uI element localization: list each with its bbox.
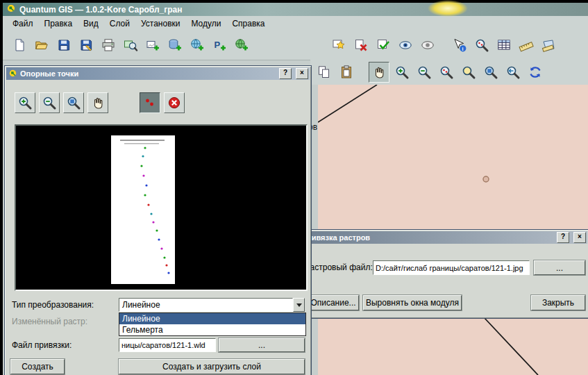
zoom-full-button[interactable]	[63, 92, 84, 113]
save-as-button[interactable]	[76, 35, 96, 55]
zoom-selection-icon	[474, 38, 489, 53]
description-button[interactable]: Описание...	[308, 295, 359, 310]
save-button[interactable]	[54, 35, 74, 55]
pan-hand-icon	[90, 95, 106, 110]
menu-item-help[interactable]: Справка	[226, 17, 270, 30]
zoom-out-icon	[417, 65, 432, 80]
close-button[interactable]: Закрыть	[531, 295, 585, 310]
menu-item-plugins[interactable]: Модули	[185, 17, 226, 30]
world-file-label: Файл привязки:	[12, 338, 72, 352]
menu-item-layer[interactable]: Слой	[104, 17, 135, 30]
add-gps-layer-button[interactable]: P	[210, 35, 229, 55]
add-point-icon	[142, 95, 158, 110]
zoom-full-button[interactable]	[481, 62, 501, 82]
zoom-layer-icon	[461, 65, 476, 80]
add-globe-layer-button[interactable]	[232, 35, 251, 55]
new-file-button[interactable]	[10, 35, 29, 55]
copy-features-icon	[317, 65, 332, 80]
gcp-dialog: Опорные точки ? ×	[4, 65, 312, 375]
bookmark-star-button[interactable]	[329, 35, 348, 55]
print-icon	[101, 38, 116, 53]
georeferencer-title: Привязка растров	[301, 233, 553, 242]
arrange-windows-button[interactable]: Выровнять окна модуля	[363, 295, 462, 310]
open-folder-icon	[34, 38, 49, 53]
main-toolbar: Pi	[3, 31, 588, 60]
menu-item-settings[interactable]: Установки	[135, 17, 185, 30]
dropdown-option-item[interactable]: Гельмерта	[119, 324, 305, 335]
transform-dropdown: ЛинейноеГельмерта	[119, 312, 306, 336]
close-icon[interactable]: ×	[573, 232, 586, 243]
zoom-in-button[interactable]	[15, 92, 35, 113]
zoom-layer-button[interactable]	[459, 62, 478, 82]
identify-button[interactable]: i	[450, 35, 469, 55]
menu-item-file[interactable]: Файл	[7, 17, 39, 30]
measure-line-icon	[519, 38, 534, 53]
attribute-table-button[interactable]	[494, 35, 514, 55]
measure-area-button[interactable]	[539, 35, 558, 55]
zoom-out-button[interactable]	[39, 92, 60, 113]
raster-preview[interactable]	[15, 124, 308, 291]
print-button[interactable]	[99, 35, 118, 55]
dropdown-option-selected[interactable]: Линейное	[119, 313, 305, 324]
paste-features-button[interactable]	[337, 62, 356, 82]
remove-layer-icon	[353, 38, 369, 53]
menu-item-view[interactable]: Вид	[78, 17, 104, 30]
remove-layer-button[interactable]	[351, 35, 371, 55]
transform-type-value: Линейное	[119, 298, 293, 312]
map-navigation-toolbar	[310, 60, 588, 85]
create-button[interactable]: Создать	[10, 359, 65, 374]
help-button[interactable]: ?	[279, 68, 292, 79]
zoom-last-icon	[505, 65, 521, 80]
gcp-titlebar[interactable]: Опорные точки ? ×	[6, 67, 310, 80]
measure-line-button[interactable]	[516, 35, 536, 55]
refresh-button[interactable]	[526, 62, 545, 82]
world-file-browse-button[interactable]: ...	[219, 338, 305, 352]
add-wms-layer-button[interactable]	[187, 35, 207, 55]
overview-check-button[interactable]	[373, 35, 393, 55]
world-file-input[interactable]	[119, 338, 216, 352]
pan-hand-button[interactable]	[87, 92, 108, 113]
pan-hand-icon	[371, 65, 387, 80]
save-icon	[56, 38, 72, 53]
attribute-table-icon	[496, 38, 512, 53]
zoom-selection-button[interactable]	[472, 35, 492, 55]
zoom-in-icon	[394, 65, 410, 80]
transform-type-combobox[interactable]: Линейное	[119, 298, 305, 312]
zoom-selection-icon	[439, 65, 454, 80]
show-layers-eye-icon	[398, 38, 413, 53]
zoom-out-button[interactable]	[414, 62, 434, 82]
zoom-selection-button[interactable]	[437, 62, 456, 82]
refresh-icon	[528, 65, 543, 80]
gcp-toolbar	[15, 92, 188, 113]
raster-file-input[interactable]	[373, 260, 530, 275]
show-layers-eye-button[interactable]	[396, 35, 415, 55]
chevron-down-icon[interactable]	[293, 298, 305, 312]
add-postgis-layer-button[interactable]	[165, 35, 185, 55]
menubar: ФайлПравкаВидСлойУстановкиМодулиСправка	[3, 16, 588, 31]
zoom-full-icon	[483, 65, 498, 80]
copy-features-button[interactable]	[314, 62, 334, 82]
add-point-button[interactable]	[140, 92, 160, 113]
georeferencer-dialog: Привязка растров ? × Растровый файл: ...…	[297, 229, 588, 319]
open-folder-button[interactable]	[32, 35, 51, 55]
delete-point-button[interactable]	[164, 92, 185, 113]
hide-layers-eye-icon	[420, 38, 435, 53]
create-and-load-button[interactable]: Создать и загрузить слой	[119, 359, 305, 374]
paste-features-icon	[339, 65, 354, 80]
zoom-map-button[interactable]	[121, 35, 140, 55]
qgis-dialog-icon	[8, 69, 17, 79]
zoom-in-icon	[17, 95, 33, 110]
zoom-last-button[interactable]	[503, 62, 523, 82]
menu-item-edit[interactable]: Правка	[39, 17, 78, 30]
pan-hand-button[interactable]	[369, 62, 389, 83]
zoom-in-button[interactable]	[392, 62, 412, 82]
qgis-logo-icon	[8, 69, 17, 78]
hide-layers-eye-button[interactable]	[418, 35, 437, 55]
help-button[interactable]: ?	[557, 232, 569, 243]
add-vector-layer-button[interactable]	[143, 35, 162, 55]
raster-browse-button[interactable]: ...	[534, 260, 585, 275]
georeferencer-titlebar[interactable]: Привязка растров ? ×	[299, 231, 587, 244]
zoom-full-icon	[66, 95, 81, 110]
close-icon[interactable]: ×	[296, 68, 308, 79]
main-titlebar[interactable]: Quantum GIS — 1.0.2-Kore Саробл_гран	[3, 3, 588, 16]
